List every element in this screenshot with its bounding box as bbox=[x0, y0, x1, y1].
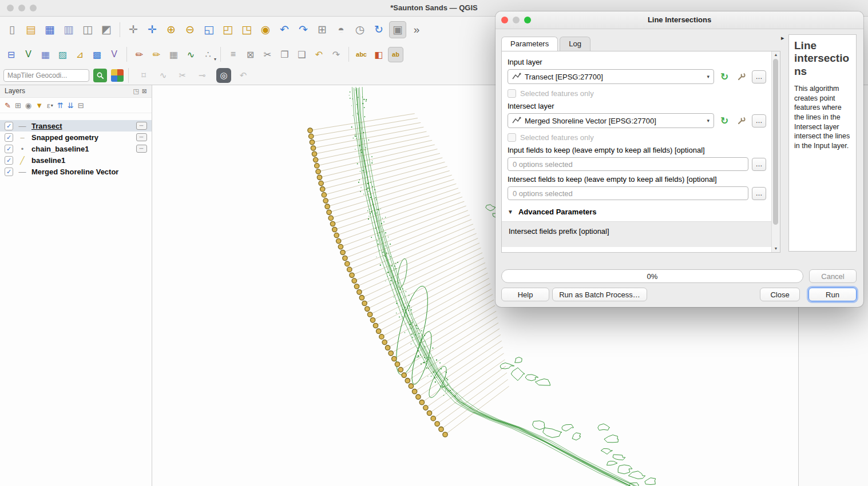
undo-button[interactable]: ↶ bbox=[311, 47, 327, 62]
remove-layer-button[interactable]: ⊟ bbox=[78, 101, 84, 110]
manage-map-themes-button[interactable]: ◉ bbox=[25, 101, 31, 110]
run-as-batch-button[interactable]: Run as Batch Process… bbox=[552, 288, 647, 301]
topological-editing-button[interactable]: ⊸ bbox=[195, 69, 209, 82]
undo-nav-button[interactable]: ↶ bbox=[236, 69, 250, 82]
help-button[interactable]: Help bbox=[501, 288, 549, 301]
layer-visibility-checkbox[interactable]: ✓ bbox=[5, 133, 13, 142]
form-scrollbar[interactable]: ▲ ▼ bbox=[771, 51, 780, 252]
zoom-out-button[interactable]: ⊖ bbox=[181, 21, 199, 38]
layer-item-merged-shoreline-vector[interactable]: ✓—Merged Shoreline Vector bbox=[0, 166, 152, 177]
zoom-last-button[interactable]: ↶ bbox=[276, 21, 293, 38]
layer-labeling-button[interactable]: abc bbox=[354, 47, 369, 62]
zoom-native-resolution-button[interactable]: ◉ bbox=[257, 21, 274, 38]
trace-cut-button[interactable]: ✂ bbox=[176, 69, 189, 82]
help-panel-collapse-icon[interactable]: ▸ bbox=[781, 34, 784, 42]
show-map-tips-button[interactable]: ▣ bbox=[389, 21, 406, 38]
add-raster-layer-button[interactable]: ▦ bbox=[38, 47, 53, 62]
new-shapefile-layer-button[interactable]: V bbox=[106, 47, 122, 62]
pan-map-button[interactable]: ✛ bbox=[125, 21, 142, 38]
filter-by-expression-button[interactable]: ε▾ bbox=[47, 101, 53, 110]
open-data-source-manager-button[interactable]: ⊟ bbox=[3, 47, 19, 62]
maptiler-plugin-button[interactable] bbox=[111, 69, 124, 82]
tab-parameters[interactable]: Parameters bbox=[501, 37, 558, 51]
layer-edit-widget-icon[interactable]: ⋯ bbox=[136, 122, 147, 130]
close-panel-icon[interactable]: ⊠ bbox=[142, 87, 147, 95]
layer-visibility-checkbox[interactable]: ✓ bbox=[5, 145, 13, 153]
input-layer-browse-button[interactable]: … bbox=[752, 70, 766, 83]
layer-visibility-checkbox[interactable]: ✓ bbox=[5, 168, 13, 176]
add-vector-layer-button[interactable]: V bbox=[21, 47, 36, 62]
advanced-parameters-header[interactable]: ▼ Advanced Parameters bbox=[508, 208, 766, 216]
layer-diagram-button[interactable]: ◧ bbox=[371, 47, 386, 62]
input-fields-browse-button[interactable]: … bbox=[752, 158, 766, 171]
add-mesh-layer-button[interactable]: ▨ bbox=[55, 47, 70, 62]
show-layout-manager-button[interactable]: ◩ bbox=[98, 21, 115, 38]
scroll-down-icon[interactable]: ▼ bbox=[772, 245, 780, 252]
collapse-all-button[interactable]: ⇊ bbox=[68, 101, 74, 110]
redo-button[interactable]: ↷ bbox=[328, 47, 344, 62]
new-map-view-button[interactable]: ⊞ bbox=[314, 21, 331, 38]
advanced-options-button[interactable] bbox=[735, 70, 748, 83]
zoom-next-button[interactable]: ↷ bbox=[295, 21, 312, 38]
add-delimited-text-layer-button[interactable]: ⊿ bbox=[72, 47, 88, 62]
vertex-tool-button[interactable]: ∴▾ bbox=[200, 47, 216, 62]
open-project-button[interactable]: ▤ bbox=[22, 21, 39, 38]
save-layer-edits-button[interactable]: ▦ bbox=[166, 47, 181, 62]
labeling-options-button[interactable]: ab bbox=[388, 47, 403, 62]
current-edits-button[interactable]: ✏ bbox=[132, 47, 147, 62]
toolbar-overflow-button[interactable]: » bbox=[408, 21, 425, 38]
layer-item-baseline1[interactable]: ✓╱baseline1 bbox=[0, 154, 152, 166]
refresh-map-button[interactable]: ↻ bbox=[370, 21, 387, 38]
snapping-toggle-button[interactable]: ⌑ bbox=[137, 69, 150, 82]
scroll-up-icon[interactable]: ▲ bbox=[772, 51, 780, 58]
add-group-button[interactable]: ⊞ bbox=[15, 101, 21, 110]
intersect-layer-select[interactable]: Merged Shoreline Vector [EPSG:27700] ▾ bbox=[508, 113, 714, 128]
open-layer-styling-button[interactable]: ✎ bbox=[5, 101, 11, 110]
save-project-button[interactable]: ▦ bbox=[41, 21, 58, 38]
iterate-over-layer-button[interactable]: ↻ bbox=[718, 114, 731, 128]
dialog-titlebar[interactable]: Line Intersections bbox=[496, 11, 863, 29]
geocoder-search-button[interactable] bbox=[93, 69, 107, 82]
layer-item-chain-baseline1[interactable]: ✓•chain_baseline1⋯ bbox=[0, 143, 152, 154]
cut-features-button[interactable]: ✂ bbox=[260, 47, 275, 62]
scrollbar-thumb[interactable] bbox=[773, 59, 778, 225]
delete-selected-button[interactable]: ⊠ bbox=[243, 47, 258, 62]
save-project-as-button[interactable]: ▥ bbox=[60, 21, 77, 38]
pan-to-selection-button[interactable]: ✛ bbox=[144, 21, 161, 38]
advanced-options-button[interactable] bbox=[735, 114, 748, 128]
active-map-tool-button[interactable]: ◎ bbox=[216, 68, 231, 83]
toggle-editing-button[interactable]: ✏ bbox=[149, 47, 164, 62]
tab-log[interactable]: Log bbox=[560, 37, 590, 51]
layer-visibility-checkbox[interactable]: ✓ bbox=[5, 156, 13, 165]
paste-features-button[interactable]: ❑ bbox=[294, 47, 310, 62]
zoom-in-button[interactable]: ⊕ bbox=[162, 21, 180, 38]
vertex-tool-dropdown-icon[interactable]: ▾ bbox=[214, 57, 216, 62]
geocoder-search-input[interactable] bbox=[3, 69, 89, 82]
input-layer-select[interactable]: Transect [EPSG:27700] ▾ bbox=[508, 69, 714, 84]
layer-item-snapped-geometry[interactable]: ✓–Snapped geometry⋯ bbox=[0, 132, 152, 143]
filter-by-expression-dropdown-icon[interactable]: ▾ bbox=[51, 103, 53, 108]
copy-features-button[interactable]: ❐ bbox=[277, 47, 292, 62]
layer-edit-widget-icon[interactable]: ⋯ bbox=[136, 133, 147, 141]
zoom-full-extent-button[interactable]: ◱ bbox=[200, 21, 217, 38]
modify-attributes-button[interactable]: ≡ bbox=[225, 47, 241, 62]
input-fields-select[interactable]: 0 options selected bbox=[508, 157, 748, 171]
intersect-fields-select[interactable]: 0 options selected bbox=[508, 186, 748, 200]
new-project-button[interactable]: ▯ bbox=[3, 21, 21, 38]
new-print-layout-button[interactable]: ◫ bbox=[79, 21, 96, 38]
cancel-button[interactable]: Cancel bbox=[809, 269, 857, 283]
intersect-layer-browse-button[interactable]: … bbox=[752, 114, 766, 128]
zoom-to-layer-button[interactable]: ◳ bbox=[238, 21, 255, 38]
layer-item-transect[interactable]: ✓—Transect⋯ bbox=[0, 120, 152, 132]
close-button[interactable]: Close bbox=[760, 288, 800, 301]
expand-all-button[interactable]: ⇈ bbox=[57, 101, 64, 110]
intersect-selected-features-checkbox[interactable] bbox=[508, 133, 516, 142]
run-button[interactable]: Run bbox=[808, 288, 857, 301]
dock-panel-icon[interactable]: ◳ bbox=[133, 87, 138, 95]
layer-visibility-checkbox[interactable]: ✓ bbox=[5, 122, 13, 130]
zoom-to-selection-button[interactable]: ◰ bbox=[219, 21, 236, 38]
filter-legend-button[interactable]: ▼ bbox=[35, 101, 43, 110]
intersect-fields-browse-button[interactable]: … bbox=[752, 187, 766, 200]
iterate-over-layer-button[interactable]: ↻ bbox=[718, 70, 731, 83]
input-selected-features-checkbox[interactable] bbox=[508, 89, 516, 98]
